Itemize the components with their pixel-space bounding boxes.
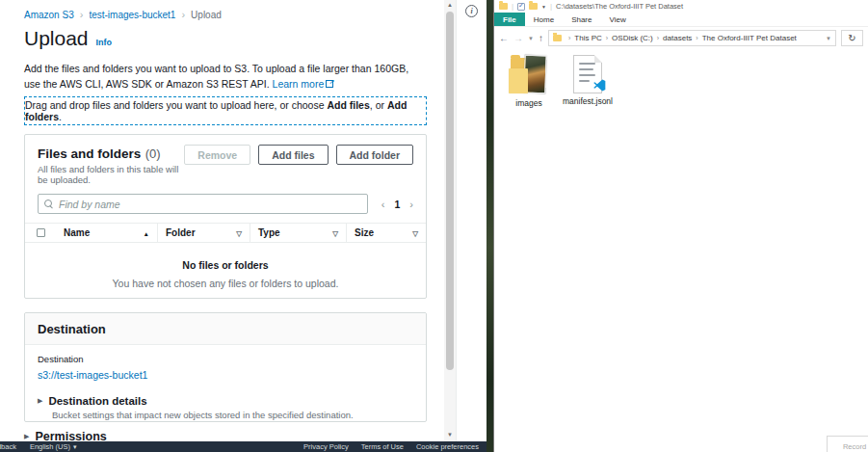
file-item-images[interactable]: images bbox=[501, 53, 557, 108]
address-crumb-current[interactable]: The Oxford-IIIT Pet Dataset bbox=[702, 34, 797, 42]
breadcrumb-current: Upload bbox=[191, 10, 222, 20]
window-folder-icon bbox=[499, 3, 508, 10]
search-box[interactable] bbox=[38, 194, 368, 214]
column-header-size[interactable]: Size bbox=[346, 224, 426, 242]
address-bar[interactable]: This PC OSDisk (C:) datasets The Oxford-… bbox=[548, 30, 836, 46]
recent-locations-icon[interactable] bbox=[528, 36, 534, 41]
search-icon bbox=[44, 199, 54, 209]
breadcrumb-amazon-s3[interactable]: Amazon S3 bbox=[24, 10, 74, 20]
console-footer: Feedback English (US) Privacy Policy Ter… bbox=[0, 441, 487, 452]
files-card-header: Files and folders (0) All files and fold… bbox=[25, 135, 426, 185]
add-folder-button[interactable]: Add folder bbox=[336, 145, 414, 165]
page-number[interactable]: 1 bbox=[394, 199, 400, 210]
explorer-content[interactable]: images manifest.jsonl bbox=[494, 49, 868, 451]
chevron-separator-icon bbox=[80, 9, 84, 20]
description-text: Add the files and folders you want to up… bbox=[24, 63, 408, 90]
refresh-icon[interactable] bbox=[841, 30, 863, 46]
address-crumb-osdisk[interactable]: OSDisk (C:) bbox=[612, 34, 653, 42]
dropzone-text: Drag and drop files and folders you want… bbox=[25, 99, 327, 111]
filter-icon bbox=[412, 227, 418, 238]
select-all-checkbox[interactable] bbox=[37, 228, 45, 237]
tab-file[interactable]: File bbox=[494, 13, 525, 26]
customize-toolbar-icon[interactable] bbox=[541, 4, 546, 10]
tab-share[interactable]: Share bbox=[563, 13, 600, 26]
chevron-icon bbox=[568, 35, 570, 41]
previous-page-icon[interactable] bbox=[381, 199, 385, 210]
folder-front bbox=[509, 68, 528, 93]
dropzone-text: , or bbox=[370, 99, 387, 111]
terms-of-use-link[interactable]: Terms of Use bbox=[361, 442, 404, 451]
feedback-link[interactable]: Feedback bbox=[0, 442, 16, 451]
next-page-icon[interactable] bbox=[409, 199, 413, 210]
external-link-icon bbox=[326, 80, 333, 88]
column-header-name[interactable]: Name bbox=[56, 224, 157, 242]
forward-icon[interactable] bbox=[513, 34, 523, 43]
breadcrumb-bucket[interactable]: test-images-bucket1 bbox=[89, 10, 175, 20]
column-header-folder[interactable]: Folder bbox=[157, 224, 250, 242]
select-all-cell bbox=[25, 224, 56, 242]
up-icon[interactable] bbox=[539, 34, 543, 43]
pagination: 1 bbox=[381, 199, 413, 210]
doc-line bbox=[579, 63, 595, 65]
privacy-policy-link[interactable]: Privacy Policy bbox=[303, 442, 349, 451]
info-panel-icon[interactable] bbox=[465, 5, 478, 17]
permissions-toggle[interactable]: Permissions bbox=[24, 430, 107, 441]
remove-button[interactable]: Remove bbox=[184, 145, 250, 165]
address-dropdown-icon[interactable] bbox=[826, 36, 831, 41]
chevron-icon bbox=[696, 35, 697, 41]
ribbon-tabs: File Home Share View bbox=[494, 13, 868, 27]
scroll-up-icon[interactable] bbox=[444, 0, 456, 10]
new-folder-icon[interactable] bbox=[529, 3, 538, 10]
help-panel-rail bbox=[456, 0, 487, 441]
scroll-down-icon[interactable] bbox=[444, 430, 456, 439]
language-selector[interactable]: English (US) bbox=[30, 442, 77, 451]
column-label: Name bbox=[64, 227, 90, 238]
scrollbar-thumb[interactable] bbox=[446, 12, 454, 370]
info-link[interactable]: Info bbox=[96, 38, 113, 47]
images-folder-icon bbox=[506, 53, 552, 95]
add-files-button[interactable]: Add files bbox=[258, 145, 328, 165]
search-input[interactable] bbox=[59, 199, 361, 210]
properties-icon[interactable] bbox=[517, 3, 525, 11]
record-button[interactable]: Record bbox=[827, 436, 868, 452]
page-description: Add the files and folders you want to up… bbox=[24, 61, 411, 93]
column-header-type[interactable]: Type bbox=[250, 224, 346, 242]
destination-details-subtitle: Bucket settings that impact new objects … bbox=[52, 410, 413, 420]
doc-line bbox=[579, 74, 595, 76]
address-crumb-datasets[interactable]: datasets bbox=[663, 34, 692, 42]
tab-view[interactable]: View bbox=[600, 13, 634, 26]
dropzone-text: . bbox=[59, 111, 62, 122]
address-crumb-this-pc[interactable]: This PC bbox=[574, 34, 601, 42]
bucket-uri-link[interactable]: s3://test-images-bucket1 bbox=[38, 369, 147, 381]
empty-state-subtitle: You have not chosen any files or folders… bbox=[25, 278, 426, 289]
vertical-scrollbar[interactable] bbox=[444, 0, 456, 441]
file-item-manifest[interactable]: manifest.jsonl bbox=[560, 53, 616, 106]
page-fold bbox=[594, 55, 602, 63]
destination-title: Destination bbox=[38, 322, 106, 336]
item-label: images bbox=[501, 98, 557, 108]
chevron-icon bbox=[606, 35, 608, 41]
footer-links: Privacy Policy Terms of Use Cookie prefe… bbox=[303, 442, 487, 451]
permissions-title: Permissions bbox=[35, 430, 106, 441]
doc-line bbox=[579, 68, 593, 70]
column-label: Type bbox=[258, 227, 280, 238]
navigation-bar: This PC OSDisk (C:) datasets The Oxford-… bbox=[494, 27, 868, 49]
item-label: manifest.jsonl bbox=[560, 96, 616, 106]
destination-details-toggle[interactable]: Destination details bbox=[38, 395, 413, 407]
learn-more-link[interactable]: Learn more bbox=[273, 78, 325, 90]
files-count: (0) bbox=[145, 146, 161, 161]
expand-triangle-icon bbox=[24, 433, 29, 440]
destination-label: Destination bbox=[38, 354, 413, 364]
destination-card-header: Destination bbox=[25, 313, 426, 345]
breadcrumb: Amazon S3 test-images-bucket1 Upload bbox=[24, 9, 222, 20]
explorer-title-bar[interactable]: C:\datasets\The Oxford-IIIT Pet Dataset bbox=[494, 0, 868, 13]
cookie-preferences-link[interactable]: Cookie preferences bbox=[416, 442, 479, 451]
jsonl-file-icon bbox=[573, 55, 602, 93]
chevron-icon bbox=[657, 35, 659, 41]
table-header-row: Name Folder Type Size bbox=[25, 223, 426, 243]
sort-ascending-icon bbox=[144, 227, 149, 238]
files-and-folders-card: Files and folders (0) All files and fold… bbox=[24, 134, 427, 299]
drag-drop-zone[interactable]: Drag and drop files and folders you want… bbox=[24, 96, 427, 125]
tab-home[interactable]: Home bbox=[525, 13, 563, 26]
back-icon[interactable] bbox=[499, 34, 509, 43]
